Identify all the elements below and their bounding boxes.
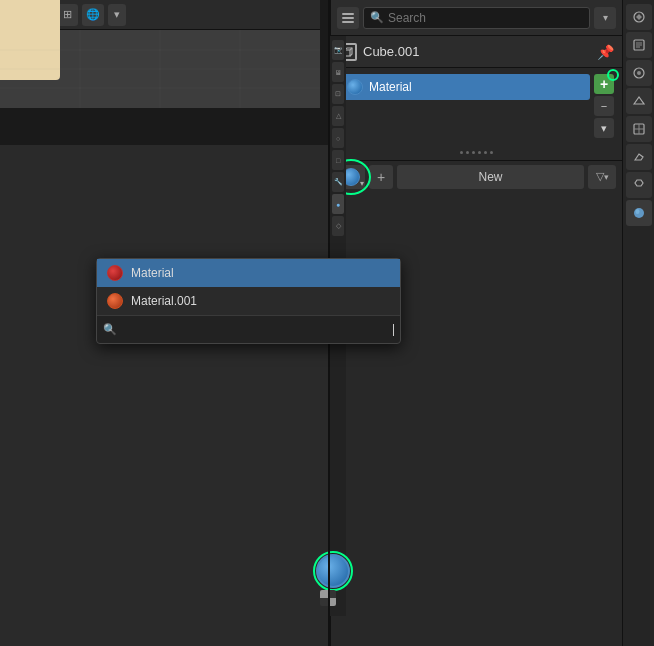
material-item-label-1: Material [131, 266, 174, 280]
sidebar-icon-output[interactable] [626, 32, 652, 58]
material-slot-item[interactable]: Material [339, 74, 590, 100]
material-context-menu: Material Material.001 🔍 [96, 258, 401, 344]
context-search-icon: 🔍 [103, 323, 117, 336]
add-button-highlight [607, 69, 619, 81]
dot-1 [460, 151, 463, 154]
view-layer-icon [632, 66, 646, 80]
shading-chevron[interactable]: ▾ [108, 4, 126, 26]
prop-tab-output[interactable]: 🖥 [332, 62, 344, 82]
move-material-slot-down-button[interactable]: ▾ [594, 118, 614, 138]
prop-tab-material[interactable]: ● [332, 194, 344, 214]
add-new-material-button[interactable]: + [369, 165, 393, 189]
pin-icon[interactable]: 📌 [597, 44, 614, 60]
material-slot-name: Material [369, 80, 412, 94]
add-material-slot-button[interactable]: + [594, 74, 614, 94]
material-item-label-2: Material.001 [131, 294, 197, 308]
sidebar-icon-scene[interactable] [626, 88, 652, 114]
object-name-label: Cube.001 [363, 44, 591, 59]
properties-svg-icon [341, 11, 355, 25]
context-search-input[interactable] [121, 323, 389, 337]
scene-icon [632, 94, 646, 108]
prop-tab-scene[interactable]: △ [332, 106, 344, 126]
browse-chevron-icon: ▾ [360, 179, 364, 188]
dot-5 [484, 151, 487, 154]
search-cursor [393, 324, 394, 336]
object-icon [632, 150, 646, 164]
svg-rect-8 [342, 21, 354, 23]
material-new-row: ▾ + New ▽ ▾ [331, 160, 622, 192]
material-icon-2 [107, 293, 123, 309]
checker-cell-tl [320, 590, 328, 598]
prop-tab-world[interactable]: ○ [332, 128, 344, 148]
checkerboard-icon[interactable] [320, 590, 340, 610]
context-menu-item-material-001[interactable]: Material.001 [97, 287, 400, 315]
sidebar-icon-modifier[interactable] [626, 172, 652, 198]
search-bar[interactable]: 🔍 [363, 7, 590, 29]
material-slot-list: Material [339, 74, 590, 138]
viewport-grid [0, 30, 320, 108]
sidebar-icon-render[interactable] [626, 4, 652, 30]
material-icon-1 [107, 265, 123, 281]
world-icon [632, 122, 646, 136]
sidebar-icon-material[interactable] [626, 200, 652, 226]
dot-3 [472, 151, 475, 154]
dot-4 [478, 151, 481, 154]
properties-header: 🔍 ▾ [331, 0, 622, 36]
modifier-icon [632, 178, 646, 192]
prop-tab-object[interactable]: □ [332, 150, 344, 170]
viewport-shading-icon[interactable]: 🌐 [82, 4, 104, 26]
dot-2 [466, 151, 469, 154]
context-menu-search-row: 🔍 [97, 315, 400, 343]
prop-tab-view-layer[interactable]: ⊡ [332, 84, 344, 104]
prop-tab-data[interactable]: ◇ [332, 216, 344, 236]
object-name-row: Cube.001 📌 [331, 36, 622, 68]
properties-icon [337, 7, 359, 29]
svg-rect-7 [342, 17, 354, 19]
material-slot-area: Material + − ▾ [331, 68, 622, 144]
remove-material-slot-button[interactable]: − [594, 96, 614, 116]
material-globe-icon [347, 79, 363, 95]
prop-tab-render[interactable]: 📷 [332, 40, 344, 60]
prop-tab-modifier[interactable]: 🔧 [332, 172, 344, 192]
svg-point-17 [637, 71, 641, 75]
search-icon: 🔍 [370, 11, 384, 24]
checker-cell-bl [320, 598, 328, 606]
dots-separator [331, 144, 622, 160]
svg-rect-6 [342, 13, 354, 15]
sidebar-icons [622, 0, 654, 646]
bottom-area [0, 145, 330, 646]
material-filter-button[interactable]: ▽ ▾ [588, 165, 616, 189]
sidebar-icon-view-layer[interactable] [626, 60, 652, 86]
header-chevron[interactable]: ▾ [594, 7, 616, 29]
material-slot-controls: + − ▾ [594, 74, 614, 138]
context-menu-item-material[interactable]: Material [97, 259, 400, 287]
bottom-material-sphere[interactable] [316, 554, 350, 588]
new-material-button[interactable]: New [397, 165, 584, 189]
dot-6 [490, 151, 493, 154]
filter-chevron-icon: ▾ [604, 172, 609, 182]
search-input[interactable] [388, 11, 583, 25]
filter-icon: ▽ [596, 170, 604, 183]
output-icon [632, 38, 646, 52]
render-icon [632, 10, 646, 24]
svg-point-22 [635, 209, 639, 214]
material-sphere-icon [632, 206, 646, 220]
sidebar-icon-object[interactable] [626, 144, 652, 170]
sidebar-icon-world[interactable] [626, 116, 652, 142]
